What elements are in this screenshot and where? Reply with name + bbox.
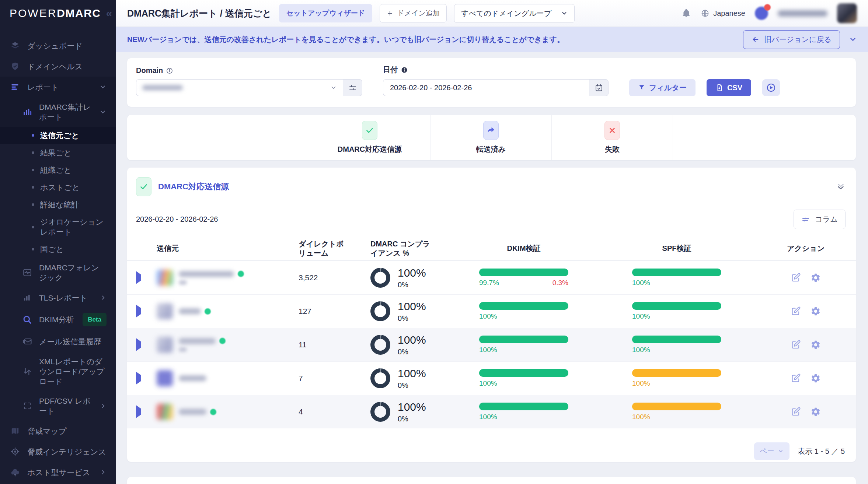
chevron-right-icon — [100, 294, 107, 301]
source-name-redacted — [179, 308, 201, 314]
sidebar-item-tls-report[interactable]: TLS-レポート — [0, 287, 116, 308]
csv-export-button[interactable]: CSV — [707, 79, 751, 96]
expand-row-icon[interactable] — [136, 271, 141, 284]
expand-row-icon[interactable] — [136, 405, 141, 418]
actions-cell — [787, 306, 847, 316]
collapse-panel-icon[interactable] — [836, 182, 846, 192]
pagination: ペー 表示 1 - 5 ／ 5 — [127, 442, 856, 460]
compliance-value: 100% — [398, 267, 426, 279]
dkim-pass-value: 100% — [479, 379, 497, 387]
sidebar-item-by-country[interactable]: 国ごと — [0, 241, 116, 258]
bullet-icon — [32, 186, 34, 189]
csv-label: CSV — [727, 84, 742, 92]
sidebar-item-by-host[interactable]: ホストごと — [0, 179, 116, 196]
sidebar-item-label: 送信元ごと — [40, 130, 107, 140]
spf-value: 100% — [632, 279, 650, 287]
banner-chevron-down-icon[interactable] — [849, 35, 857, 43]
sidebar-item-dkim-analysis[interactable]: DKIM分析 Beta — [0, 308, 116, 331]
sidebar-item-threat-map[interactable]: 脅威マップ — [0, 421, 116, 441]
sidebar-item-pdf-csv-report[interactable]: PDF/CSV レポート — [0, 391, 116, 421]
edit-icon[interactable] — [791, 273, 801, 283]
setup-wizard-button[interactable]: セットアップウィザード — [279, 4, 372, 22]
dkim-pass-value: 99.7% — [479, 279, 499, 287]
bullet-icon — [32, 169, 34, 171]
gear-icon[interactable] — [811, 306, 821, 316]
spf-bar — [632, 302, 721, 310]
cloud-icon — [10, 467, 21, 478]
stat-failed[interactable]: 失敗 — [552, 115, 673, 160]
dkim-fail-value: 0.3% — [552, 279, 568, 287]
table-row: 7 100%0% 100% 100% — [127, 361, 856, 395]
shield-check-icon — [10, 61, 21, 72]
sidebar-item-label: メール送信量履歴 — [39, 337, 107, 347]
add-domain-label: ドメイン追加 — [397, 8, 440, 18]
compliance-donut — [370, 268, 390, 288]
calendar-button[interactable] — [589, 79, 609, 96]
columns-button[interactable]: コラム — [794, 210, 846, 229]
sidebar-item-dmarc-aggregate[interactable]: DMARC集計レポート — [0, 97, 116, 127]
edit-icon[interactable] — [791, 306, 801, 316]
edit-icon[interactable] — [791, 373, 801, 383]
sidebar-item-threat-intelligence[interactable]: 脅威インテリジェンス — [0, 441, 116, 462]
sidebar-item-by-result[interactable]: 結果ごと — [0, 144, 116, 161]
sidebar-item-xml-download-upload[interactable]: XMLレポートのダウンロード/アップロード — [0, 352, 116, 391]
sidebar-item-by-organization[interactable]: 組織ごと — [0, 161, 116, 179]
source-cell — [157, 303, 299, 319]
dkim-bar — [479, 403, 568, 410]
bell-icon[interactable] — [681, 8, 691, 18]
sidebar-item-detailed-stats[interactable]: 詳細な統計 — [0, 196, 116, 213]
stat-compliant-sources[interactable]: DMARC対応送信源 — [309, 115, 430, 160]
edit-icon[interactable] — [791, 407, 801, 417]
add-domain-button[interactable]: ドメイン追加 — [380, 4, 447, 22]
source-cell — [157, 270, 299, 286]
target-icon — [10, 446, 21, 457]
play-button[interactable] — [762, 79, 780, 96]
expand-row-icon[interactable] — [136, 372, 141, 385]
back-to-old-version-button[interactable]: 旧バージョンに戻る — [743, 30, 840, 49]
spf-value: 100% — [632, 346, 650, 354]
edit-icon[interactable] — [791, 340, 801, 350]
check-icon — [136, 177, 151, 196]
sidebar-item-mail-volume-history[interactable]: メール送信量履歴 — [0, 331, 116, 352]
source-logo — [157, 404, 173, 420]
sidebar-item-label: ホスト型サービス — [27, 467, 93, 477]
actions-cell — [787, 407, 847, 417]
sidebar-item-dashboard[interactable]: ダッシュボード — [0, 35, 116, 56]
sidebar-item-geolocation-report[interactable]: ジオロケーションレポート — [0, 213, 116, 241]
user-name-redacted — [778, 10, 827, 17]
domain-advanced-filter-button[interactable] — [343, 79, 362, 96]
sidebar-item-hosted-services[interactable]: ホスト型サービス — [0, 462, 116, 483]
domain-select[interactable] — [136, 79, 343, 96]
sidebar-item-by-source[interactable]: 送信元ごと — [0, 127, 116, 144]
sidebar-item-reports[interactable]: レポート — [0, 77, 116, 97]
date-range-input[interactable]: 2026-02-20 - 2026-02-26 — [383, 79, 589, 96]
sidebar-item-domain-health[interactable]: ドメインヘルス — [0, 56, 116, 77]
language-selector[interactable]: Japanese — [701, 9, 745, 18]
expand-row-icon[interactable] — [136, 338, 141, 351]
sidebar-item-dmarc-forensic[interactable]: DMARCフォレンジック — [0, 258, 116, 287]
sidebar-item-reputation-monitoring[interactable]: レピュテーション・モニタリング — [0, 483, 116, 484]
compliance-value: 100% — [398, 367, 426, 380]
chevron-down-icon — [778, 448, 784, 454]
page-size-select[interactable]: ペー — [754, 442, 789, 460]
expand-row-icon[interactable] — [136, 305, 141, 318]
gear-icon[interactable] — [811, 407, 821, 417]
spf-bar — [632, 369, 721, 377]
domain-group-select[interactable]: すべてのドメイングループ — [454, 4, 575, 23]
stat-forwarded[interactable]: 転送済み — [430, 115, 552, 160]
panel-title: DMARC対応送信源 — [158, 181, 229, 192]
notification-dot — [764, 4, 771, 11]
filter-button[interactable]: フィルター — [629, 79, 696, 96]
gear-icon[interactable] — [811, 340, 821, 350]
sidebar-collapse-icon[interactable]: « — [106, 7, 112, 20]
spf-cell: 100% — [632, 403, 787, 421]
download-upload-icon — [22, 366, 32, 377]
avatar[interactable] — [837, 3, 857, 23]
forward-arrow-icon — [483, 121, 499, 140]
topbar-right: Japanese — [681, 3, 857, 23]
file-download-icon — [715, 84, 724, 92]
gear-icon[interactable] — [811, 373, 821, 383]
account-menu[interactable] — [755, 7, 768, 20]
gear-icon[interactable] — [811, 273, 821, 283]
compliance-value: 100% — [398, 300, 426, 313]
